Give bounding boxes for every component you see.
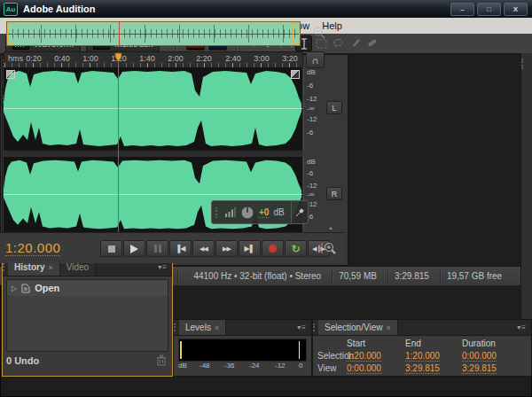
play-button[interactable] [123, 240, 145, 257]
rewind-icon: ◀◀ [200, 245, 207, 253]
selection-view-tab-bar: Selection/View × ▾≡ [313, 320, 531, 336]
close-icon[interactable]: × [48, 263, 52, 272]
level-meter [178, 339, 307, 362]
record-button[interactable] [262, 240, 284, 257]
title-bar[interactable]: Au Adobe Audition – □ X [0, 0, 532, 18]
rewind-button[interactable]: ◀◀ [192, 240, 215, 257]
close-button[interactable]: X [504, 3, 528, 16]
editor-panel: Editor: Aqua_-_Around_the_World_-_(mp3po… [0, 0, 348, 266]
gain-knob-icon[interactable] [240, 206, 254, 220]
timeline-ruler[interactable]: hms 0:20 0:40 1:00 1:20 1:40 2:00 2:20 2… [4, 51, 303, 68]
selection-duration-value[interactable]: 0:00.000 [462, 351, 497, 362]
selection-view-panel: Selection/View × ▾≡ Start End Duration S… [312, 319, 532, 377]
v-scroll-up-icon[interactable]: ▲ [328, 225, 333, 230]
levels-scale-label: -24 [249, 362, 260, 370]
play-state-icon: ▷ [12, 284, 17, 292]
db-label: -6 [307, 169, 313, 177]
pin-icon[interactable] [295, 208, 304, 217]
ruler-tick-label: 2:40 [222, 54, 245, 63]
ruler-tick-label: 0:20 [22, 54, 45, 63]
document-icon [21, 284, 30, 293]
status-disk-free: 19,57 GB free [447, 271, 502, 281]
levels-scale: dB -48 -36 -24 -12 0 [178, 362, 305, 371]
app-logo-icon: Au [4, 3, 18, 16]
skip-start-icon: ▐◀ [176, 245, 186, 253]
gain-hud[interactable]: +0 dB [211, 200, 309, 224]
selection-end-value[interactable]: 1:20.000 [405, 351, 440, 362]
status-file-size: 70,59 MB [339, 271, 377, 281]
spot-healing-brush-tool-icon[interactable] [364, 36, 379, 51]
playhead-marker[interactable] [114, 52, 122, 63]
trash-icon[interactable] [156, 354, 167, 366]
col-header-duration: Duration [462, 339, 496, 348]
db-label: -∞ [307, 105, 314, 113]
db-label: -6 [307, 82, 313, 90]
transport-bar: 1:20.000 ▐◀ ◀◀ ▶▶ ▶▌ ↻ ◀┃▶ ▲ [0, 232, 345, 263]
hud-gain-unit: dB [273, 207, 284, 217]
fade-out-handle[interactable] [291, 70, 300, 79]
lasso-tool-icon[interactable] [331, 36, 346, 51]
view-end-value[interactable]: 3:29.815 [405, 363, 440, 374]
waveform-overview[interactable] [6, 21, 301, 46]
audition-window: Au Adobe Audition – □ X File Edit Multit… [0, 0, 532, 397]
view-duration-value[interactable]: 3:29.815 [462, 363, 497, 374]
undo-count-label: 0 Undo [6, 355, 39, 366]
record-icon [269, 245, 277, 253]
overview-range-handle-left[interactable] [7, 22, 14, 45]
stop-icon [108, 245, 115, 253]
left-channel-button[interactable]: L [326, 101, 342, 114]
skip-to-end-button[interactable]: ▶▌ [239, 240, 261, 257]
snap-toggle-button[interactable]: ∩ [306, 51, 325, 68]
db-label: dB [307, 158, 316, 166]
history-panel: History × Video ▾≡ ▷ Open 0 Undo [2, 258, 173, 377]
ruler-tick-label: 3:20 [278, 54, 301, 63]
zoom-out-icon[interactable] [312, 26, 326, 40]
overview-playhead [119, 22, 120, 45]
db-label: dB [307, 68, 316, 76]
hud-gripper[interactable] [215, 207, 217, 218]
meter-min-tick [180, 341, 182, 359]
time-display[interactable]: 1:20.000 [5, 240, 60, 256]
db-label: -12 [307, 182, 317, 190]
hud-gain-value[interactable]: +0 [259, 207, 269, 218]
tab-selection-view[interactable]: Selection/View × [318, 320, 398, 335]
right-channel-button[interactable]: R [326, 187, 342, 200]
zoom-in-time-icon[interactable] [321, 241, 337, 255]
snap-magnet-icon: ∩ [312, 55, 319, 66]
history-entry-open[interactable]: ▷ Open [7, 280, 168, 296]
overview-range-handle-right[interactable] [293, 22, 300, 45]
ruler-tick-label: 1:40 [136, 54, 159, 63]
fast-forward-icon: ▶▶ [223, 245, 231, 253]
minimize-button[interactable]: – [450, 3, 474, 16]
ruler-tick-label: 1:00 [79, 54, 102, 63]
maximize-button[interactable]: □ [477, 3, 501, 16]
loop-icon: ↻ [291, 243, 300, 255]
loop-playback-button[interactable]: ↻ [285, 240, 307, 257]
skip-to-start-button[interactable]: ▐◀ [169, 240, 192, 257]
panel-menu-icon[interactable]: ▾≡ [293, 320, 311, 335]
row-label-view: View [317, 363, 337, 373]
ruler-tick-label: 2:20 [192, 54, 215, 63]
panel-menu-icon[interactable]: ▾≡ [512, 320, 531, 335]
levels-tab-bar: Levels × ▾≡ [174, 320, 311, 336]
tab-levels[interactable]: Levels × [179, 320, 226, 335]
levels-scale-label: dB [178, 362, 187, 370]
history-footer: 0 Undo [6, 354, 167, 366]
levels-scale-label: 0 [299, 362, 302, 370]
db-scale-left: dB -6 -12 -∞ -12 -6 [303, 67, 324, 150]
pause-button[interactable] [146, 240, 168, 257]
transport-controls: ▐◀ ◀◀ ▶▶ ▶▌ ↻ ◀┃▶ [99, 240, 330, 257]
waveform-left-channel[interactable] [4, 67, 302, 150]
view-start-value[interactable]: 0:00.000 [347, 363, 381, 374]
close-icon[interactable]: × [215, 323, 219, 332]
col-header-end: End [405, 339, 421, 348]
playhead-line[interactable] [118, 55, 119, 232]
stop-button[interactable] [100, 240, 122, 257]
db-label: -∞ [307, 191, 314, 198]
close-icon[interactable]: × [386, 323, 390, 332]
fast-forward-button[interactable]: ▶▶ [215, 240, 238, 257]
fade-in-handle[interactable] [6, 70, 15, 79]
selection-start-value[interactable]: 1:20.000 [347, 351, 381, 362]
paintbrush-tool-icon[interactable] [348, 36, 363, 51]
status-duration: 3:29.815 [395, 271, 429, 281]
